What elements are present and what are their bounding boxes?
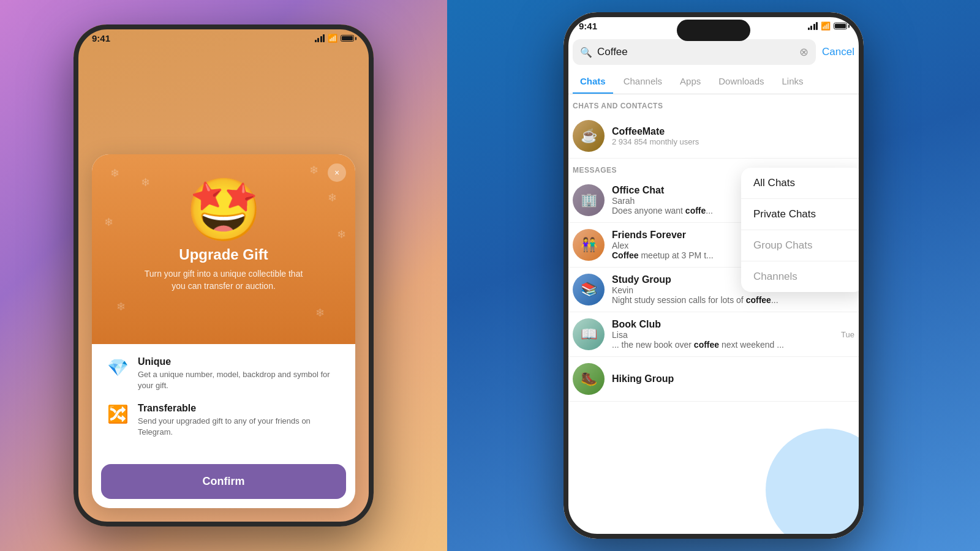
avatar: ☕: [573, 120, 605, 152]
search-clear-button[interactable]: ⊗: [799, 45, 809, 59]
feature-unique-desc: Get a unique number, model, backdrop and…: [138, 369, 340, 391]
feature-transferable-text: Transferable Send your upgraded gift to …: [138, 403, 340, 438]
status-bar-right: 9:41 📶: [564, 12, 864, 34]
dropdown-item-channels[interactable]: Channels: [741, 261, 864, 292]
status-icons-right: 📶: [808, 21, 849, 31]
dynamic-island: [677, 20, 750, 41]
unique-icon: 💎: [107, 358, 129, 378]
snowflake-decoration: ❄: [337, 228, 346, 241]
snowflake-decoration: ❄: [328, 191, 337, 204]
preview-after: ...: [771, 295, 778, 305]
battery-icon-right: [834, 23, 848, 29]
battery-icon: [341, 35, 355, 42]
preview-after: ...: [706, 206, 713, 216]
wifi-icon-right: 📶: [821, 21, 831, 31]
results-area: CHATS AND CONTACTS ☕ CoffeeMate 2 934 85…: [564, 94, 864, 539]
signal-icon: [315, 34, 325, 42]
chat-info: Book Club Lisa ... the new book over cof…: [612, 319, 834, 350]
avatar: 📖: [573, 318, 605, 350]
status-icons-left: 📶: [315, 34, 356, 43]
feature-unique-text: Unique Get a unique number, model, backd…: [138, 356, 340, 391]
snowflake-decoration: ❄: [141, 176, 150, 189]
blue-circle-decoration: [766, 429, 864, 539]
dropdown-item-private-chats[interactable]: Private Chats: [741, 199, 864, 230]
search-icon: 🔍: [580, 47, 592, 58]
section-chats-contacts: CHATS AND CONTACTS: [564, 94, 864, 114]
modal-header: ❄ ❄ ❄ ❄ ❄ ❄ ❄ ❄ × 🤩 Upgrade Gift Turn yo…: [92, 154, 355, 344]
confirm-button[interactable]: Confirm: [101, 464, 346, 499]
snowflake-decoration: ❄: [110, 167, 119, 180]
modal-close-button[interactable]: ×: [328, 163, 346, 182]
phone-left: 9:41 📶: [74, 24, 374, 527]
filter-dropdown: All Chats Private Chats Group Chats Chan…: [741, 168, 864, 292]
preview-highlight: Coffee: [612, 250, 639, 260]
gift-character: 🤩: [186, 179, 262, 240]
right-panel: 9:41 📶 🔍: [447, 0, 980, 551]
search-tabs: Chats Channels Apps Downloads Links: [564, 70, 864, 94]
search-input-wrap[interactable]: 🔍 Coffee ⊗: [573, 39, 816, 65]
phone-screen-right: 9:41 📶 🔍: [564, 12, 864, 539]
chat-name: CoffeeMate: [612, 126, 854, 137]
tab-channels[interactable]: Channels: [616, 70, 669, 94]
avatar: 📚: [573, 274, 605, 305]
time-left: 9:41: [92, 33, 110, 43]
list-item[interactable]: 📖 Book Club Lisa ... the new book over c…: [564, 312, 864, 357]
preview-highlight: coffee: [746, 295, 771, 305]
modal-title: Upgrade Gift: [179, 246, 268, 263]
preview-after: meetup at 3 PM t...: [639, 250, 714, 260]
preview-highlight: coffee: [694, 340, 719, 350]
sender-name: Alex: [612, 241, 628, 250]
signal-icon-right: [808, 22, 818, 30]
snowflake-decoration: ❄: [104, 216, 113, 229]
dropdown-item-group-chats[interactable]: Group Chats: [741, 230, 864, 261]
preview-after: next weekend ...: [719, 340, 784, 350]
chat-sub: 2 934 854 monthly users: [612, 137, 854, 146]
left-panel: 9:41 📶: [0, 0, 447, 551]
cancel-button[interactable]: Cancel: [822, 46, 854, 58]
chat-name: Book Club: [612, 319, 834, 330]
upgrade-gift-modal: ❄ ❄ ❄ ❄ ❄ ❄ ❄ ❄ × 🤩 Upgrade Gift Turn yo…: [92, 154, 355, 508]
modal-subtitle: Turn your gift into a unique collectible…: [138, 268, 309, 292]
chat-info: CoffeeMate 2 934 854 monthly users: [612, 126, 854, 146]
wifi-icon: 📶: [328, 34, 337, 43]
close-icon: ×: [334, 168, 339, 178]
time-right: 9:41: [579, 21, 597, 31]
feature-transferable-desc: Send your upgraded gift to any of your f…: [138, 416, 340, 438]
tab-links[interactable]: Links: [775, 70, 811, 94]
feature-unique: 💎 Unique Get a unique number, model, bac…: [107, 356, 340, 391]
sender-name: Sarah: [612, 196, 635, 206]
snowflake-decoration: ❄: [315, 306, 325, 320]
modal-body: 💎 Unique Get a unique number, model, bac…: [92, 344, 355, 461]
avatar: 👫: [573, 229, 605, 261]
transferable-icon: 🔀: [107, 404, 129, 424]
dropdown-item-all-chats[interactable]: All Chats: [741, 168, 864, 199]
tab-chats[interactable]: Chats: [573, 70, 613, 94]
preview-before: Night study session calls for lots of: [612, 295, 746, 305]
preview-before: Does anyone want: [612, 206, 685, 216]
snowflake-decoration: ❄: [116, 300, 126, 313]
chat-preview: Lisa ... the new book over coffee next w…: [612, 330, 834, 350]
chat-date: Tue: [841, 330, 854, 339]
chat-name: Hiking Group: [612, 373, 854, 384]
status-bar-left: 9:41 📶: [74, 24, 374, 43]
preview-before: ... the new book over: [612, 340, 694, 350]
feature-transferable: 🔀 Transferable Send your upgraded gift t…: [107, 403, 340, 438]
snowflake-decoration: ❄: [309, 163, 318, 177]
list-item[interactable]: ☕ CoffeeMate 2 934 854 monthly users: [564, 114, 864, 159]
feature-transferable-title: Transferable: [138, 403, 340, 414]
tab-downloads[interactable]: Downloads: [711, 70, 771, 94]
chat-info: Hiking Group: [612, 373, 854, 384]
avatar: 🥾: [573, 363, 605, 395]
feature-unique-title: Unique: [138, 356, 340, 367]
avatar: 🏢: [573, 184, 605, 216]
tab-apps[interactable]: Apps: [673, 70, 708, 94]
phone-right: 9:41 📶 🔍: [564, 12, 864, 539]
sender-name: Lisa: [612, 330, 628, 340]
sender-name: Kevin: [612, 285, 633, 295]
list-item[interactable]: 🥾 Hiking Group: [564, 357, 864, 402]
search-query: Coffee: [597, 46, 794, 58]
preview-highlight: coffe: [685, 206, 706, 216]
